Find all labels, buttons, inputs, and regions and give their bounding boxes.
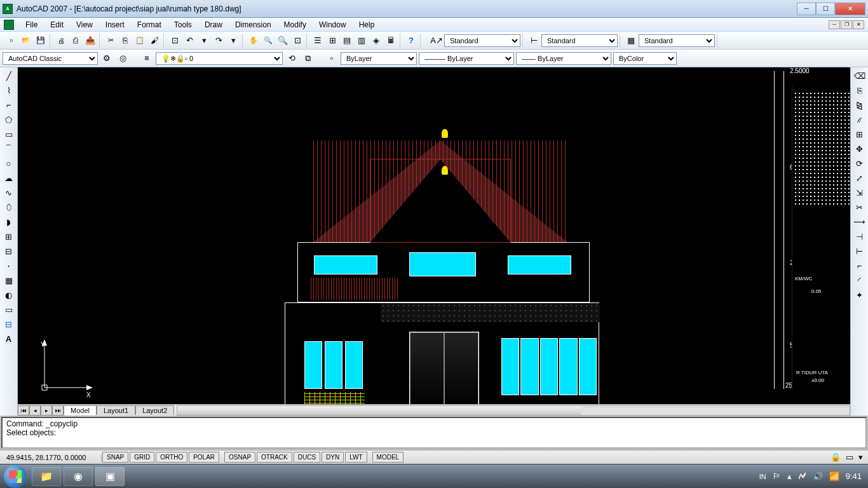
my-workspace-button[interactable]: ◎ [116, 51, 130, 65]
color-combo[interactable]: ByLayer [341, 52, 417, 65]
properties-button[interactable]: ☰ [311, 34, 325, 48]
tray-network-icon[interactable]: 📶 [829, 471, 839, 481]
language-indicator[interactable]: IN [759, 473, 766, 480]
tab-model[interactable]: Model [64, 405, 97, 415]
workspace-settings-button[interactable]: ⚙ [100, 51, 114, 65]
redo-button[interactable] [212, 34, 226, 48]
text-style-icon[interactable]: A↗ [430, 34, 444, 48]
insert-block-tool[interactable] [1, 229, 17, 243]
tab-next-button[interactable]: ▸ [41, 405, 52, 416]
explode-tool[interactable]: ✦ [852, 288, 867, 302]
toggle-lwt[interactable]: LWT [345, 452, 367, 463]
table-style-icon[interactable]: ▦ [624, 34, 638, 48]
linetype-combo[interactable]: ——— ByLayer [419, 52, 514, 65]
toggle-ortho[interactable]: ORTHO [156, 452, 187, 463]
line-tool[interactable] [1, 69, 17, 83]
tool-palettes-button[interactable]: ▤ [340, 34, 354, 48]
minimize-button[interactable]: ─ [797, 3, 816, 15]
pan-button[interactable] [247, 34, 261, 48]
horizontal-scrollbar[interactable] [177, 405, 850, 416]
join-tool[interactable]: ⊢ [852, 244, 867, 258]
fillet-tool[interactable]: ◜ [852, 273, 867, 287]
command-line[interactable]: Command: _copyclip Select objects: [1, 417, 867, 449]
toggle-dyn[interactable]: DYN [322, 452, 344, 463]
array-tool[interactable]: ⊞ [852, 127, 867, 141]
layer-combo[interactable]: 💡❄🔒▫ 0 [156, 52, 283, 65]
tray-battery-icon[interactable]: 🗲 [798, 471, 806, 481]
help-button[interactable] [404, 34, 418, 48]
workspace-combo[interactable]: AutoCAD Classic [3, 52, 98, 65]
hatch-tool[interactable] [1, 273, 17, 287]
taskbar-chrome-button[interactable]: ◉ [64, 467, 93, 486]
ellipse-arc-tool[interactable]: ◗ [1, 215, 17, 229]
rectangle-tool[interactable] [1, 127, 17, 141]
save-button[interactable] [34, 34, 48, 48]
construction-line-tool[interactable] [1, 83, 17, 97]
tray-up-icon[interactable]: ▴ [787, 471, 792, 481]
offset-tool[interactable]: ⫽ [852, 112, 867, 126]
plot-preview-button[interactable]: ⎙ [69, 34, 83, 48]
menu-draw[interactable]: Draw [198, 19, 229, 30]
mtext-tool[interactable] [1, 332, 17, 346]
tab-prev-button[interactable]: ◂ [29, 405, 41, 416]
dim-style-combo[interactable]: Standard [541, 34, 618, 47]
make-block-tool[interactable]: ⊟ [1, 244, 17, 258]
rotate-tool[interactable]: ⟳ [852, 156, 867, 170]
erase-tool[interactable]: ⌫ [852, 69, 867, 83]
copy-tool[interactable]: ⎘ [852, 83, 867, 97]
cut-button[interactable] [104, 34, 118, 48]
menu-window[interactable]: Window [313, 19, 353, 30]
menu-insert[interactable]: Insert [99, 19, 131, 30]
toggle-model[interactable]: MODEL [372, 452, 404, 463]
move-tool[interactable]: ✥ [852, 142, 867, 156]
tab-first-button[interactable]: ⏮ [18, 405, 29, 416]
mdi-restore-button[interactable]: ❐ [841, 20, 852, 29]
lineweight-combo[interactable]: —— ByLayer [516, 52, 611, 65]
taskbar-clock[interactable]: 9:41 [846, 471, 864, 481]
toggle-grid[interactable]: GRID [130, 452, 154, 463]
plot-button[interactable] [54, 34, 68, 48]
match-properties-button[interactable]: 🖌 [147, 34, 161, 48]
copy-button[interactable] [118, 34, 132, 48]
table-tool[interactable] [1, 317, 17, 331]
chamfer-tool[interactable]: ⌐ [852, 259, 867, 273]
zoom-previous-button[interactable]: 🔍 [276, 34, 290, 48]
spline-tool[interactable] [1, 186, 17, 200]
tab-last-button[interactable]: ⏭ [52, 405, 64, 416]
tray-flag-icon[interactable]: 🏳 [773, 471, 781, 481]
coordinate-display[interactable]: 49.9415, 28.1770, 0.0000 [0, 454, 102, 461]
taskbar-explorer-button[interactable]: 📁 [32, 467, 61, 486]
revision-cloud-tool[interactable]: ☁ [1, 171, 17, 185]
point-tool[interactable] [1, 259, 17, 273]
menu-file[interactable]: File [19, 19, 44, 30]
scale-tool[interactable]: ⤢ [852, 171, 867, 185]
undo-dropdown[interactable]: ▾ [197, 34, 211, 48]
mdi-minimize-button[interactable]: ─ [829, 20, 840, 29]
layer-states-button[interactable]: ⧉ [301, 51, 315, 65]
toggle-otrack[interactable]: OTRACK [257, 452, 292, 463]
mdi-close-button[interactable]: ✕ [853, 20, 864, 29]
close-button[interactable]: ✕ [835, 3, 865, 15]
design-center-button[interactable]: ⊞ [325, 34, 339, 48]
taskbar-autocad-button[interactable]: ▣ [95, 467, 125, 486]
quickcalc-button[interactable]: 🖩 [384, 34, 398, 48]
paste-button[interactable] [133, 34, 147, 48]
tab-layout1[interactable]: Layout1 [97, 405, 135, 415]
menu-help[interactable]: Help [353, 19, 381, 30]
markup-button[interactable]: ◈ [369, 34, 383, 48]
toggle-ducs[interactable]: DUCS [294, 452, 320, 463]
extend-tool[interactable]: ⟶ [852, 215, 867, 229]
redo-dropdown[interactable]: ▾ [226, 34, 240, 48]
sheet-set-button[interactable]: ▥ [355, 34, 369, 48]
toggle-snap[interactable]: SNAP [102, 452, 128, 463]
region-tool[interactable]: ▭ [1, 302, 17, 316]
dim-style-icon[interactable]: ⊢ [527, 34, 541, 48]
polygon-tool[interactable] [1, 112, 17, 126]
ellipse-tool[interactable] [1, 200, 17, 214]
mirror-tool[interactable]: ⧎ [852, 98, 867, 112]
tab-layout2[interactable]: Layout2 [135, 405, 174, 415]
start-button[interactable] [4, 465, 27, 488]
status-tray-icon[interactable]: 🔒 [831, 452, 841, 462]
zoom-window-button[interactable]: ⊡ [290, 34, 304, 48]
stretch-tool[interactable]: ⇲ [852, 186, 867, 200]
